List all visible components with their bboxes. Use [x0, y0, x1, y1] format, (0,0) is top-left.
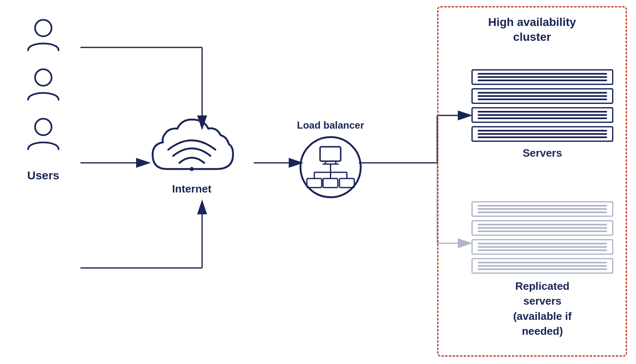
users-label: Users [27, 169, 59, 182]
svg-rect-30 [339, 178, 354, 188]
server-bar-2 [471, 88, 613, 104]
servers-section: Servers [471, 69, 613, 160]
server-bar-4 [471, 126, 613, 142]
loadbalancer-icon [299, 135, 363, 199]
user-icon-3 [25, 115, 62, 153]
loadbalancer-section: Load balancer [297, 120, 364, 199]
user-icon-2 [25, 66, 62, 103]
replicated-server-bar-2 [471, 220, 613, 236]
servers-label: Servers [471, 147, 613, 160]
svg-point-14 [35, 20, 52, 36]
svg-point-15 [35, 69, 52, 86]
replicated-server-bar-4 [471, 258, 613, 274]
svg-point-16 [35, 119, 52, 135]
svg-rect-19 [320, 147, 341, 161]
users-section: Users [25, 16, 62, 182]
replicated-server-bar-3 [471, 239, 613, 255]
replicated-label: Replicatedservers(available ifneeded) [471, 279, 613, 339]
server-bar-3 [471, 107, 613, 123]
internet-label: Internet [172, 183, 211, 195]
replicated-section: Replicatedservers(available ifneeded) [471, 201, 613, 339]
ha-cluster-title: High availabilitycluster [438, 15, 626, 45]
server-bar-1 [471, 69, 613, 85]
svg-point-17 [190, 167, 194, 171]
cloud-icon [144, 111, 239, 179]
replicated-server-bar-1 [471, 201, 613, 217]
svg-rect-29 [323, 178, 338, 188]
user-icon-1 [25, 16, 62, 54]
diagram-container: Users Internet Load balancer [0, 0, 636, 364]
internet-section: Internet [144, 111, 239, 195]
ha-cluster-box: High availabilitycluster Servers Replica… [437, 6, 627, 357]
svg-rect-28 [307, 178, 322, 188]
loadbalancer-label: Load balancer [297, 120, 364, 131]
